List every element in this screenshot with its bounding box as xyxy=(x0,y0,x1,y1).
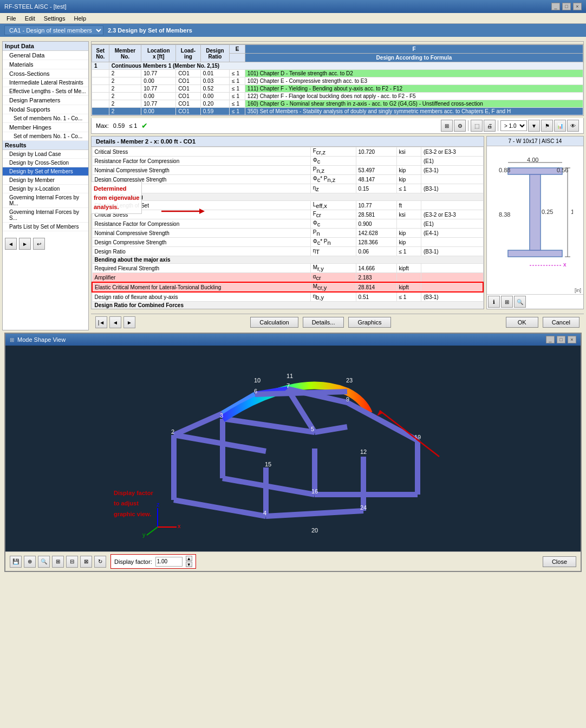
table-row-highlighted[interactable]: 2 0.00 CO1 0.59 ≤ 1 350) Set of Members … xyxy=(92,108,583,115)
mode-title: Mode Shape View xyxy=(17,336,66,343)
toolbar-sep2 xyxy=(498,120,498,131)
detail-unit: kip xyxy=(396,229,421,238)
display-factor-input[interactable] xyxy=(155,557,183,567)
cell-formula: 111) Chapter F - Yielding - Bending abou… xyxy=(245,85,583,93)
display-options-btn[interactable]: ⚙ xyxy=(454,120,466,132)
cs-view-btn[interactable]: ⊞ xyxy=(501,296,513,308)
detail-value xyxy=(356,157,396,166)
display-factor-down[interactable]: ▼ xyxy=(186,562,192,567)
detail-leq: ≤ 1 xyxy=(396,184,421,193)
detail-symbol: ηT xyxy=(310,247,356,256)
button-row: |◄ ◄ ► Calculation Details... Graphics O… xyxy=(91,314,584,330)
nav-next-button[interactable]: ► xyxy=(19,238,31,250)
table-row[interactable]: 2 10.77 CO1 0.20 ≤ 1 160) Chapter G - No… xyxy=(92,100,583,108)
nav-general-data[interactable]: General Data xyxy=(3,51,88,60)
detail-label: Design Compressive Strength xyxy=(92,238,310,247)
svg-text:8.38: 8.38 xyxy=(499,211,510,218)
details-button[interactable]: Details... xyxy=(303,317,344,328)
details-table-container: Details - Member 2 - x: 0.00 ft - CO1 Cr… xyxy=(91,136,484,309)
main-content: Input Data General Data Materials Cross-… xyxy=(0,39,586,333)
print-btn[interactable]: 🖨 xyxy=(484,120,496,132)
mode-front-btn[interactable]: ⊞ xyxy=(52,556,64,568)
svg-text:3: 3 xyxy=(220,412,223,419)
menu-edit[interactable]: Edit xyxy=(21,14,40,23)
nav-governing-m[interactable]: Governing Internal Forces by M... xyxy=(3,193,88,208)
detail-value: 10.720 xyxy=(356,147,396,157)
col-e-head: E xyxy=(230,45,245,54)
nav-design-params[interactable]: Design Parameters xyxy=(3,96,88,105)
threshold-select[interactable]: > 1.0 xyxy=(500,120,527,131)
graphics-button[interactable]: Graphics xyxy=(348,317,390,328)
detail-label: Design ratio of axial compression xyxy=(92,309,310,310)
module-dropdown[interactable]: CA1 - Design of steel members xyxy=(4,25,103,35)
close-button[interactable]: Close xyxy=(543,556,576,567)
cell-member: 2 xyxy=(109,108,141,115)
cell-leq: ≤ 1 xyxy=(230,70,245,77)
nav-member-hinges[interactable]: Member Hinges xyxy=(3,123,88,132)
mode-icon: ⊞ xyxy=(10,337,14,343)
mode-close-btn[interactable]: × xyxy=(568,336,576,343)
table-row[interactable]: 2 0.00 CO1 0.03 ≤ 1 102) Chapter E - Com… xyxy=(92,77,583,85)
mode-top-btn[interactable]: ⊟ xyxy=(66,556,78,568)
ok-button[interactable]: OK xyxy=(506,317,538,328)
max-leq: ≤ 1 xyxy=(129,122,137,129)
chart-btn[interactable]: 📊 xyxy=(554,120,566,132)
nav-design-load-case[interactable]: Design by Load Case xyxy=(3,150,88,159)
table-row[interactable]: 2 0.00 CO1 0.00 ≤ 1 122) Chapter F - Fla… xyxy=(92,93,583,100)
filter-btn[interactable]: ▼ xyxy=(528,120,540,132)
mode-maximize-btn[interactable]: □ xyxy=(557,336,565,343)
display-table-btn[interactable]: ⊞ xyxy=(441,120,453,132)
cancel-button[interactable]: Cancel xyxy=(543,317,580,328)
cell-member: 2 xyxy=(109,93,141,100)
mode-minimize-btn[interactable]: _ xyxy=(546,336,555,343)
nav-set-members-1b[interactable]: Set of members No. 1 - Co... xyxy=(3,132,88,141)
export-btn[interactable]: ⬚ xyxy=(471,120,483,132)
minimize-button[interactable]: _ xyxy=(551,3,560,10)
view-btn[interactable]: 👁 xyxy=(567,120,579,132)
nav-back-button[interactable]: ↩ xyxy=(33,238,45,250)
flag-btn[interactable]: ⚑ xyxy=(541,120,553,132)
cs-info-btn[interactable]: ℹ xyxy=(488,296,500,308)
maximize-button[interactable]: □ xyxy=(562,3,571,10)
cs-zoom-btn[interactable]: 🔍 xyxy=(514,296,526,308)
nav-design-x-location[interactable]: Design by x-Location xyxy=(3,185,88,193)
nav-set-members-1[interactable]: Set of members No. 1 - Co... xyxy=(3,114,88,123)
detail-row: Effective Length of Set Leff,x 10.77 ft xyxy=(92,201,483,210)
table-row[interactable]: 2 10.77 CO1 0.01 ≤ 1 101) Chapter D - Te… xyxy=(92,70,583,77)
menu-help[interactable]: Help xyxy=(69,14,90,23)
detail-ref: (E1) xyxy=(421,157,483,166)
nav-design-cross-section[interactable]: Design by Cross-Section xyxy=(3,159,88,167)
mode-rotate-btn[interactable]: ↻ xyxy=(94,556,106,568)
nav-prev-result-btn[interactable]: ◄ xyxy=(109,316,121,328)
nav-intermediate-lateral[interactable]: Intermediate Lateral Restraints xyxy=(3,79,88,87)
detail-row: Design Compressive Strength Φc* Pn,z 48.… xyxy=(92,175,483,184)
detail-symbol: Mcr,y xyxy=(310,282,356,292)
mode-save-btn[interactable]: 💾 xyxy=(10,556,22,568)
detail-ref: (E3-1) xyxy=(421,166,483,175)
nav-next-result-btn[interactable]: ► xyxy=(123,316,135,328)
detail-value: 48.147 xyxy=(356,175,396,184)
nav-effective-lengths[interactable]: Effective Lengths - Sets of Me... xyxy=(3,87,88,96)
menu-settings[interactable]: Settings xyxy=(40,14,70,23)
nav-materials[interactable]: Materials xyxy=(3,60,88,69)
menu-file[interactable]: File xyxy=(2,14,21,23)
nav-parts-list[interactable]: Parts List by Set of Members xyxy=(3,223,88,231)
calculation-button[interactable]: Calculation xyxy=(250,317,298,328)
table-row[interactable]: 2 10.77 CO1 0.52 ≤ 1 111) Chapter F - Yi… xyxy=(92,85,583,93)
nav-nodal-supports[interactable]: Nodal Supports xyxy=(3,105,88,114)
nav-cross-sections[interactable]: Cross-Sections xyxy=(3,69,88,79)
nav-first-btn[interactable]: |◄ xyxy=(95,316,107,328)
nav-prev-button[interactable]: ◄ xyxy=(5,238,17,250)
nav-governing-s[interactable]: Governing Internal Forces by S... xyxy=(3,208,88,223)
close-window-button[interactable]: × xyxy=(573,3,582,10)
nav-design-set-members[interactable]: Design by Set of Members xyxy=(3,167,88,176)
table-group-row: 1 Continuous Members 1 (Member No. 2,15) xyxy=(92,62,583,70)
display-factor-up[interactable]: ▲ xyxy=(186,556,192,561)
mode-zoom-fit-btn[interactable]: ⊕ xyxy=(24,556,36,568)
nav-design-member[interactable]: Design by Member xyxy=(3,176,88,185)
mode-iso-btn[interactable]: ⊠ xyxy=(80,556,92,568)
cell-loading: CO1 xyxy=(176,108,201,115)
mode-zoom-in-btn[interactable]: 🔍 xyxy=(38,556,50,568)
svg-rect-4 xyxy=(530,174,541,250)
detail-symbol: Fcr xyxy=(310,210,356,219)
